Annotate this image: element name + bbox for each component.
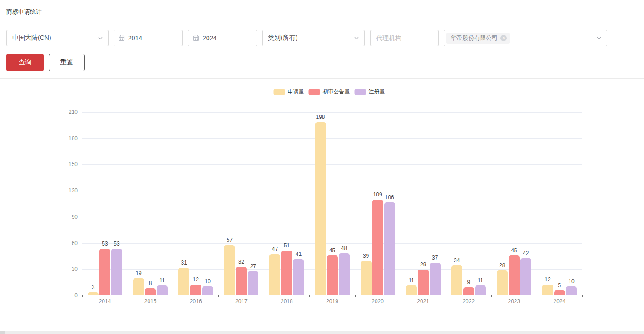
x-axis-label: 2020	[372, 298, 384, 305]
legend-marker-icon	[355, 89, 366, 95]
x-axis-tick	[491, 295, 492, 297]
gridline	[82, 243, 582, 244]
year-end-field[interactable]	[203, 34, 257, 42]
y-axis-label: 60	[59, 240, 78, 246]
x-axis-tick	[218, 295, 219, 297]
x-axis-tick	[128, 295, 128, 297]
horizontal-scrollbar[interactable]	[0, 331, 644, 334]
bar-value-label: 39	[363, 253, 369, 259]
bar-申请量[interactable]	[178, 268, 189, 295]
bar-value-label: 37	[432, 255, 438, 261]
bar-申请量[interactable]	[542, 285, 553, 295]
x-axis-tick	[401, 295, 401, 297]
agency-input[interactable]	[370, 30, 439, 46]
bar-申请量[interactable]	[269, 254, 280, 295]
bar-初审公告量[interactable]	[554, 290, 565, 295]
bar-初审公告量[interactable]	[418, 270, 429, 295]
bar-value-label: 53	[114, 241, 119, 247]
legend-item-申请量[interactable]: 申请量	[274, 88, 304, 96]
chart-legend: 申请量初审公告量注册量	[274, 88, 385, 96]
bar-注册量[interactable]	[202, 286, 213, 295]
bar-注册量[interactable]	[430, 263, 441, 295]
legend-label: 申请量	[288, 88, 304, 96]
tag-close-icon[interactable]: ×	[500, 35, 507, 41]
bar-注册量[interactable]	[293, 259, 304, 295]
bar-申请量[interactable]	[224, 245, 235, 295]
bar-注册量[interactable]	[157, 285, 168, 295]
calendar-icon	[119, 35, 125, 41]
region-select[interactable]: 中国大陆(CN)	[6, 30, 109, 46]
year-start-field[interactable]	[128, 34, 182, 42]
section-divider	[0, 78, 644, 79]
x-axis-tick	[537, 295, 537, 297]
bar-value-label: 31	[181, 260, 187, 266]
bar-申请量[interactable]	[133, 278, 144, 295]
x-axis-tick	[264, 295, 264, 297]
bar-初审公告量[interactable]	[327, 255, 338, 295]
bar-初审公告量[interactable]	[463, 287, 474, 295]
bar-value-label: 47	[272, 246, 278, 252]
bar-value-label: 10	[205, 278, 211, 285]
category-select-value: 类别(所有)	[263, 34, 352, 42]
y-axis-label: 30	[59, 266, 78, 272]
bar-value-label: 10	[568, 278, 574, 285]
bar-申请量[interactable]	[315, 122, 326, 295]
gridline	[82, 112, 582, 113]
bar-value-label: 198	[316, 114, 325, 120]
bar-初审公告量[interactable]	[99, 249, 110, 295]
y-axis-label: 90	[59, 214, 78, 220]
bar-初审公告量[interactable]	[190, 285, 201, 295]
bar-注册量[interactable]	[339, 253, 350, 295]
bar-申请量[interactable]	[451, 265, 462, 295]
calendar-icon	[193, 35, 199, 41]
bar-value-label: 19	[135, 270, 141, 276]
bar-value-label: 9	[467, 279, 470, 285]
bar-初审公告量[interactable]	[372, 200, 383, 295]
bar-value-label: 3	[92, 284, 95, 290]
agency-field[interactable]	[376, 34, 435, 42]
x-axis-label: 2018	[281, 298, 293, 305]
gridline	[82, 217, 582, 217]
scrollbar-thumb[interactable]	[0, 331, 5, 334]
bar-初审公告量[interactable]	[509, 255, 520, 295]
year-start-input[interactable]	[114, 30, 183, 46]
bar-申请量[interactable]	[406, 285, 417, 295]
bar-value-label: 29	[420, 261, 426, 268]
year-end-input[interactable]	[188, 30, 257, 46]
bar-初审公告量[interactable]	[236, 267, 247, 295]
applicant-tag: 华帝股份有限公司 ×	[446, 33, 510, 44]
x-axis-label: 2023	[508, 298, 520, 305]
bar-申请量[interactable]	[497, 270, 508, 295]
bar-value-label: 41	[296, 251, 302, 257]
legend-label: 初审公告量	[323, 88, 350, 96]
bar-value-label: 45	[329, 247, 335, 254]
bar-注册量[interactable]	[520, 258, 531, 295]
bar-申请量[interactable]	[361, 261, 372, 295]
bar-value-label: 12	[193, 276, 199, 283]
gridline	[82, 164, 582, 165]
y-axis-label: 180	[59, 135, 78, 142]
bar-申请量[interactable]	[88, 292, 99, 295]
x-axis-label: 2021	[417, 298, 429, 305]
category-select[interactable]: 类别(所有)	[262, 30, 365, 46]
legend-marker-icon	[309, 89, 320, 95]
bar-注册量[interactable]	[111, 249, 122, 295]
applicant-multiselect[interactable]: 华帝股份有限公司 ×	[444, 30, 607, 46]
bar-注册量[interactable]	[384, 202, 395, 295]
bar-初审公告量[interactable]	[281, 250, 292, 295]
x-axis-label: 2019	[326, 298, 338, 305]
bar-value-label: 5	[558, 282, 561, 289]
bar-注册量[interactable]	[475, 285, 486, 295]
bar-value-label: 28	[499, 262, 505, 269]
bar-注册量[interactable]	[566, 286, 577, 295]
legend-item-初审公告量[interactable]: 初审公告量	[309, 88, 350, 96]
bar-注册量[interactable]	[248, 271, 258, 295]
bar-初审公告量[interactable]	[145, 288, 156, 295]
legend-item-注册量[interactable]: 注册量	[355, 88, 385, 96]
page-title: 商标申请统计	[6, 8, 42, 16]
gridline	[82, 191, 582, 191]
bar-value-label: 53	[102, 241, 108, 247]
reset-button[interactable]: 重置	[49, 54, 85, 71]
query-button[interactable]: 查询	[6, 54, 44, 71]
bar-value-label: 8	[149, 280, 152, 286]
